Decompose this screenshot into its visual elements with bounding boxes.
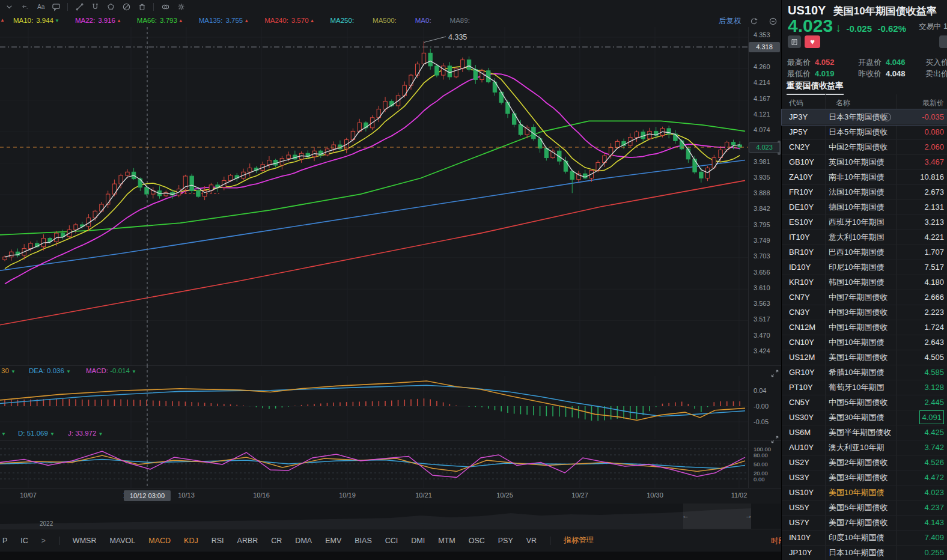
ma-legend-item[interactable]: MA500: — [373, 17, 400, 24]
trash-icon[interactable] — [135, 1, 148, 12]
tab-macd[interactable]: MACD — [148, 537, 171, 545]
tab-psy[interactable]: PSY — [498, 537, 513, 545]
ma-legend-item[interactable]: MA22:3.916▲ — [75, 17, 121, 24]
navigator-right-arrow[interactable]: → — [745, 511, 752, 520]
tab-cci[interactable]: CCI — [385, 537, 398, 545]
candlestick-chart[interactable]: 4.335 — [0, 27, 748, 365]
table-row[interactable]: JP3Y日本3年期国债收›-0.035 — [782, 109, 947, 125]
table-row[interactable]: IT10Y意大利10年期国4.221 — [782, 230, 947, 245]
tab-osc[interactable]: OSC — [469, 537, 485, 545]
chevron-down-icon[interactable] — [2, 1, 16, 12]
tab-dmi[interactable]: DMI — [411, 537, 425, 545]
tab-p[interactable]: P — [2, 537, 7, 545]
table-row[interactable]: US5Y美国5年期国债收4.237 — [782, 500, 947, 516]
col-header-code[interactable]: 代码 — [789, 98, 803, 108]
table-row[interactable]: BR10Y巴西10年期国债1.707 — [782, 245, 947, 260]
table-row[interactable]: US30Y美国30年期国债4.091 — [782, 410, 947, 425]
ma-legend-item[interactable]: MA0: — [415, 17, 434, 24]
date-label: 11/02 — [731, 492, 748, 499]
tab-arbr[interactable]: ARBR — [237, 537, 258, 545]
table-row[interactable]: GB10Y英国10年期国债3.467 — [782, 154, 947, 170]
expand-pane-icon[interactable] — [768, 368, 781, 379]
table-row[interactable]: DE10Y德国10年期国债2.131 — [782, 199, 947, 215]
col-header-price[interactable]: 最新价 — [922, 98, 944, 108]
tab-mavol[interactable]: MAVOL — [109, 537, 135, 545]
ma-label: MA66: — [137, 17, 157, 24]
ma-legend-item[interactable]: MA89: — [450, 17, 473, 24]
table-row[interactable]: FR10Y法国10年期国债2.673 — [782, 184, 947, 200]
col-header-name[interactable]: 名称 — [836, 98, 850, 108]
bond-code: JP5Y — [789, 124, 808, 139]
table-row[interactable]: KR10Y韩国10年期国债4.180 — [782, 275, 947, 290]
table-row[interactable]: PT10Y葡萄牙10年期国3.128 — [782, 380, 947, 395]
favorite-heart-icon[interactable]: ♥ — [805, 35, 820, 48]
ma-legend-item[interactable]: MA66:3.793▲ — [137, 17, 183, 24]
instrument-code: US10Y — [788, 4, 826, 17]
table-row[interactable]: US7Y美国7年期国债收4.143 — [782, 515, 947, 531]
chevron-right-icon[interactable]: > — [41, 537, 46, 545]
indicator-manage-link[interactable]: 指标管理 — [564, 535, 594, 546]
table-row[interactable]: JP5Y日本5年期国债收0.080 — [782, 124, 947, 140]
trendline-icon[interactable] — [73, 1, 86, 12]
table-row[interactable]: US12M美国1年期国债收4.505 — [782, 350, 947, 365]
memo-icon[interactable] — [788, 35, 801, 48]
tab-emv[interactable]: EMV — [325, 537, 341, 545]
tab-vr[interactable]: VR — [526, 537, 537, 545]
table-row[interactable]: CN5Y中国5年期国债收2.445 — [782, 395, 947, 410]
table-row[interactable]: CN2Y中国2年期国债收2.060 — [782, 139, 947, 155]
ma-legend-item[interactable]: MA10:3.944▼ — [13, 17, 59, 24]
comment-icon[interactable] — [49, 1, 62, 12]
tab-dma[interactable]: DMA — [295, 537, 312, 545]
magnet-icon[interactable] — [88, 1, 102, 12]
ma-legend-item[interactable]: MA240:3.570▲ — [264, 17, 314, 24]
bond-price: 2.223 — [924, 305, 944, 320]
kdj-d-value[interactable]: D: 51.069 ▼ — [18, 430, 55, 437]
gear-icon[interactable] — [174, 1, 187, 12]
more-icon[interactable] — [939, 35, 947, 48]
table-row[interactable]: ES10Y西班牙10年期国3.213 — [782, 215, 947, 230]
table-row[interactable]: CN12M中国1年期国债收1.724 — [782, 320, 947, 335]
ban-icon[interactable] — [120, 1, 133, 12]
table-row[interactable]: US3Y美国3年期国债收4.472 — [782, 470, 947, 485]
table-row[interactable]: GR10Y希腊10年期国债4.585 — [782, 365, 947, 380]
text-tool-icon[interactable]: Aa — [34, 1, 47, 12]
ma-legend-item[interactable]: MA250: — [330, 17, 357, 24]
tab-ic[interactable]: IC — [20, 537, 28, 545]
bond-name: 印尼10年期国债 — [829, 260, 894, 275]
reset-zoom-icon[interactable] — [748, 16, 761, 26]
table-row[interactable]: US10Y美国10年期国债4.023 — [782, 485, 947, 501]
table-row[interactable]: US6M美国半年期国债收4.425 — [782, 425, 947, 440]
kdj-k-value[interactable]: ▼ — [1, 431, 6, 437]
bond-code: ZA10Y — [789, 169, 813, 184]
kdj-pane[interactable] — [0, 440, 748, 488]
date-label: 10/07 — [20, 492, 37, 499]
tab-kdj[interactable]: KDJ — [184, 537, 198, 545]
kdj-j-value[interactable]: J: 33.972 ▼ — [68, 430, 103, 437]
table-row[interactable]: US2Y美国2年期国债收4.526 — [782, 455, 947, 470]
table-row[interactable]: IN10Y印度10年期国债7.409 — [782, 530, 947, 546]
tab-cr[interactable]: CR — [271, 537, 282, 545]
table-row[interactable]: AU10Y澳大利亚10年期3.742 — [782, 440, 947, 455]
table-row[interactable]: CN7Y中国7年期国债收2.666 — [782, 290, 947, 305]
tab-rsi[interactable]: RSI — [212, 537, 224, 545]
table-row[interactable]: ZA10Y南非10年期国债10.816 — [782, 169, 947, 185]
table-row[interactable]: JP10Y日本10年期国债0.255 — [782, 545, 947, 560]
zoom-out-icon[interactable] — [767, 16, 780, 26]
table-row[interactable]: CN10Y中国10年期国债2.643 — [782, 335, 947, 350]
chart-navigator[interactable]: 2022←→ — [0, 504, 781, 529]
undo-icon[interactable] — [18, 1, 31, 12]
compare-icon[interactable] — [159, 1, 172, 12]
info-icon[interactable]: › — [883, 113, 891, 121]
table-row[interactable]: ID10Y印尼10年期国债7.517 — [782, 260, 947, 275]
ma-legend-item[interactable]: MA135:3.755▲ — [199, 17, 249, 24]
pattern-icon[interactable] — [104, 1, 117, 12]
ma-value: 3.755 — [225, 17, 243, 24]
table-row[interactable]: CN3Y中国3年期国债收2.223 — [782, 305, 947, 320]
expand-pane-icon[interactable] — [768, 434, 781, 445]
tab-wmsr[interactable]: WMSR — [73, 537, 97, 545]
navigator-left-arrow[interactable]: ← — [682, 511, 689, 520]
tab-mtm[interactable]: MTM — [438, 537, 455, 545]
tab-bias[interactable]: BIAS — [355, 537, 372, 545]
indicator-tabs: PIC>WMSRMAVOLMACDKDJRSIARBRCRDMAEMVBIASC… — [0, 529, 781, 552]
adjust-mode-link[interactable]: 后复权 — [719, 16, 741, 26]
